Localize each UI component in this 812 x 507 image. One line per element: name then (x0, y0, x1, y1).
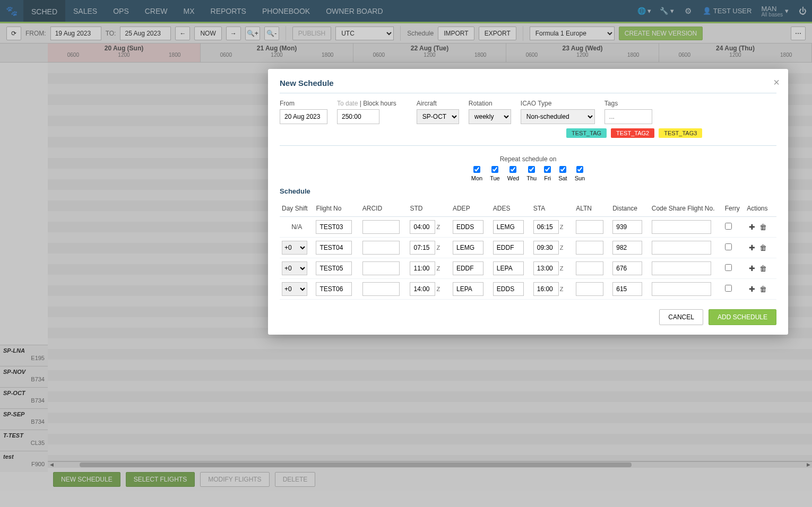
flight-no-input[interactable] (316, 241, 352, 255)
day-checkbox-fri[interactable] (544, 166, 551, 173)
ades-input[interactable] (493, 241, 524, 255)
day-checkbox-wed[interactable] (509, 166, 516, 173)
ferry-checkbox[interactable] (725, 223, 732, 230)
tz-suffix: Z (436, 286, 440, 292)
flight-no-input[interactable] (316, 220, 352, 234)
sta-input[interactable] (533, 261, 559, 275)
schedule-table: Day Shift Flight No ARCID STD ADEP ADES … (280, 200, 776, 300)
tz-suffix: Z (560, 286, 564, 292)
from-date-field[interactable] (280, 109, 327, 124)
altn-input[interactable] (576, 241, 603, 255)
ferry-checkbox[interactable] (725, 285, 732, 292)
adep-input[interactable] (453, 282, 483, 296)
dayshift-select[interactable]: +0 (282, 261, 307, 275)
arcid-input[interactable] (362, 220, 400, 234)
day-checkbox-sat[interactable] (559, 166, 566, 173)
tz-suffix: Z (560, 244, 564, 251)
table-row: +0ZZ✚🗑 (280, 279, 776, 300)
tags-input[interactable] (604, 109, 652, 124)
codeshare-input[interactable] (652, 282, 711, 296)
ades-input[interactable] (493, 220, 524, 234)
tag-chip[interactable]: TEST_TAG (566, 128, 607, 138)
tags-label: Tags (604, 100, 652, 107)
sta-input[interactable] (533, 282, 559, 296)
ferry-checkbox[interactable] (725, 264, 732, 271)
dayshift-select[interactable]: +0 (282, 282, 307, 296)
trash-icon[interactable]: 🗑 (757, 243, 769, 252)
close-icon[interactable]: × (773, 76, 780, 89)
arcid-input[interactable] (362, 282, 400, 296)
dayshift-select[interactable]: +0 (282, 241, 307, 255)
ferry-checkbox[interactable] (725, 243, 732, 250)
adep-input[interactable] (453, 261, 483, 275)
trash-icon[interactable]: 🗑 (757, 285, 769, 293)
new-schedule-modal: New Schedule × From To date | Block hour… (268, 69, 788, 335)
ades-input[interactable] (493, 261, 524, 275)
adep-input[interactable] (453, 241, 483, 255)
trash-icon[interactable]: 🗑 (757, 223, 769, 231)
flight-no-input[interactable] (316, 282, 352, 296)
std-input[interactable] (410, 261, 435, 275)
tz-suffix: Z (436, 224, 440, 230)
codeshare-input[interactable] (652, 241, 711, 255)
distance-input[interactable] (612, 241, 642, 255)
rotation-select[interactable]: weekly (469, 109, 511, 124)
schedule-heading: Schedule (280, 187, 776, 195)
table-row: +0ZZ✚🗑 (280, 258, 776, 279)
distance-input[interactable] (612, 220, 642, 234)
tag-chip[interactable]: TEST_TAG2 (611, 128, 654, 138)
flight-no-input[interactable] (316, 261, 352, 275)
icao-label: ICAO Type (521, 100, 595, 107)
cancel-button[interactable]: CANCEL (659, 309, 703, 325)
day-checkbox-sun[interactable] (576, 166, 583, 173)
std-input[interactable] (410, 241, 435, 255)
table-row: +0ZZ✚🗑 (280, 238, 776, 258)
day-checkbox-tue[interactable] (491, 166, 498, 173)
sta-input[interactable] (533, 241, 559, 255)
ades-input[interactable] (493, 282, 524, 296)
icao-type-select[interactable]: Non-scheduled (521, 109, 595, 124)
std-input[interactable] (410, 282, 435, 296)
dayshift-cell: N/A (280, 217, 314, 238)
aircraft-label: Aircraft (417, 100, 459, 107)
std-input[interactable] (410, 220, 435, 234)
distance-input[interactable] (612, 261, 642, 275)
table-row: N/AZZ✚🗑 (280, 217, 776, 238)
day-checkbox-thu[interactable] (528, 166, 535, 173)
repeat-label: Repeat schedule on (280, 155, 776, 163)
trash-icon[interactable]: 🗑 (757, 264, 769, 273)
block-hours-label: | Block hours (358, 100, 396, 107)
from-label: From (280, 100, 327, 107)
day-checkbox-mon[interactable] (473, 166, 480, 173)
plus-icon[interactable]: ✚ (747, 285, 757, 293)
add-schedule-button[interactable]: ADD SCHEDULE (709, 309, 776, 325)
altn-input[interactable] (576, 261, 603, 275)
todate-label: To date (337, 100, 358, 107)
plus-icon[interactable]: ✚ (747, 243, 757, 252)
codeshare-input[interactable] (652, 220, 711, 234)
block-hours-field[interactable] (337, 109, 379, 124)
plus-icon[interactable]: ✚ (747, 264, 757, 273)
arcid-input[interactable] (362, 261, 400, 275)
modal-title: New Schedule (280, 78, 776, 88)
aircraft-select[interactable]: SP-OCT (417, 109, 459, 124)
plus-icon[interactable]: ✚ (747, 223, 757, 231)
rotation-label: Rotation (469, 100, 511, 107)
tz-suffix: Z (560, 265, 564, 272)
tz-suffix: Z (436, 265, 440, 272)
adep-input[interactable] (453, 220, 483, 234)
tag-chip[interactable]: TEST_TAG3 (659, 128, 702, 138)
sta-input[interactable] (533, 220, 559, 234)
altn-input[interactable] (576, 282, 603, 296)
altn-input[interactable] (576, 220, 603, 234)
codeshare-input[interactable] (652, 261, 711, 275)
distance-input[interactable] (612, 282, 642, 296)
tz-suffix: Z (436, 244, 440, 251)
arcid-input[interactable] (362, 241, 400, 255)
tz-suffix: Z (560, 224, 564, 230)
